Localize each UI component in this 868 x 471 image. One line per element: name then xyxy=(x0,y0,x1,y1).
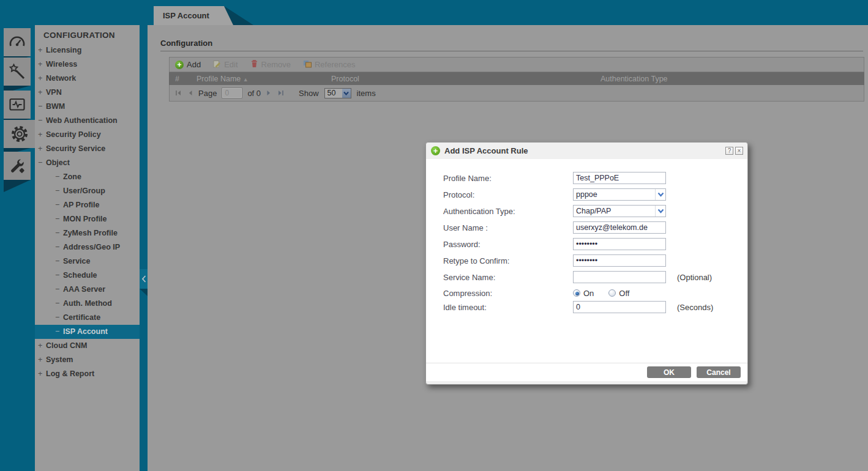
field-idle-timeout: Idle timeout: (Seconds) xyxy=(443,301,747,313)
col-auth-type[interactable]: Authentication Type xyxy=(600,75,864,83)
item-label: AP Profile xyxy=(63,198,100,212)
sidebar-item-certificate[interactable]: −Certificate xyxy=(35,311,140,325)
edit-icon xyxy=(213,60,221,70)
item-label: Address/Geo IP xyxy=(63,240,120,254)
sidebar-item-service[interactable]: −Service xyxy=(35,254,140,269)
nav-configuration-button[interactable] xyxy=(4,120,35,148)
optional-note: (Optional) xyxy=(677,273,712,282)
compression-off-radio[interactable]: Off xyxy=(608,289,629,298)
protocol-label: Protocol: xyxy=(443,190,573,199)
sidebar-item-log-report[interactable]: +Log & Report xyxy=(35,367,140,381)
col-protocol[interactable]: Protocol xyxy=(331,75,600,83)
close-button[interactable]: × xyxy=(735,147,743,155)
compression-on-radio[interactable]: On xyxy=(573,289,594,298)
remove-label: Remove xyxy=(261,60,291,69)
edit-button[interactable]: Edit xyxy=(213,60,238,70)
protocol-value: pppoe xyxy=(574,190,655,199)
nav-dashboard-button[interactable] xyxy=(4,28,31,56)
sidebar-item-system[interactable]: +System xyxy=(35,353,140,367)
sidebar-item-web-authentication[interactable]: −Web Authentication xyxy=(35,114,140,128)
sidebar-item-aaa-server[interactable]: −AAA Server xyxy=(35,283,140,297)
first-page-icon[interactable] xyxy=(175,90,182,96)
help-button[interactable]: ? xyxy=(725,147,733,155)
collapse-icon: − xyxy=(38,114,46,128)
item-label: AAA Server xyxy=(63,283,105,297)
field-service-name: Service Name: (Optional) xyxy=(443,271,747,283)
item-label: Cloud CNM xyxy=(46,339,87,353)
sidebar-item-cloud-cnm[interactable]: +Cloud CNM xyxy=(35,339,140,353)
cancel-button[interactable]: Cancel xyxy=(697,366,741,378)
sidebar-item-auth-method[interactable]: −Auth. Method xyxy=(35,297,140,311)
chevron-down-icon xyxy=(655,206,665,217)
sidebar-item-licensing[interactable]: +Licensing xyxy=(35,43,140,57)
radio-selected-icon xyxy=(573,289,580,297)
col-profile-name-label: Profile Name xyxy=(196,75,241,83)
nav-monitor-button[interactable] xyxy=(4,91,31,119)
prev-page-icon[interactable] xyxy=(187,90,193,96)
item-label: Security Service xyxy=(46,142,105,156)
idle-timeout-input[interactable] xyxy=(573,301,666,313)
next-page-icon[interactable] xyxy=(266,90,272,96)
page-size-select[interactable]: 50 xyxy=(324,88,351,98)
profile-name-input[interactable] xyxy=(573,172,666,184)
configuration-gear-icon xyxy=(10,125,29,143)
expand-icon: + xyxy=(38,128,46,142)
expand-icon: + xyxy=(38,72,46,86)
sidebar-item-security-policy[interactable]: +Security Policy xyxy=(35,128,140,142)
sidebar-item-security-service[interactable]: +Security Service xyxy=(35,142,140,156)
dialog-title: Add ISP Account Rule xyxy=(444,146,528,155)
sidebar-collapse-handle[interactable] xyxy=(140,269,148,289)
table-header: # Profile Name ▲ Protocol Authentication… xyxy=(169,72,864,85)
sidebar-item-network[interactable]: +Network xyxy=(35,72,140,86)
password-input[interactable] xyxy=(573,238,666,250)
item-label: Licensing xyxy=(46,43,81,57)
sidebar-item-zone[interactable]: −Zone xyxy=(35,170,140,184)
square-shadow xyxy=(4,180,31,192)
tab-isp-account[interactable]: ISP Account xyxy=(154,6,233,25)
sidebar: CONFIGURATION +Licensing +Wireless +Netw… xyxy=(35,25,140,471)
page-input[interactable] xyxy=(222,88,242,98)
sidebar-item-zymesh-profile[interactable]: −ZyMesh Profile xyxy=(35,226,140,240)
last-page-icon[interactable] xyxy=(277,90,284,96)
sidebar-item-mon-profile[interactable]: −MON Profile xyxy=(35,212,140,226)
sidebar-item-vpn[interactable]: +VPN xyxy=(35,86,140,100)
collapse-icon: − xyxy=(55,212,63,226)
retype-confirm-input[interactable] xyxy=(573,254,666,267)
ok-button[interactable]: OK xyxy=(647,366,691,378)
add-isp-account-dialog: + Add ISP Account Rule ? × Profile Name:… xyxy=(425,142,748,385)
dialog-frame-bottom xyxy=(426,381,747,384)
references-button[interactable]: References xyxy=(303,60,355,70)
sidebar-item-isp-account[interactable]: −ISP Account xyxy=(35,325,140,339)
dialog-header: + Add ISP Account Rule ? × xyxy=(426,143,747,159)
nav-wizard-button[interactable] xyxy=(4,57,31,86)
profile-name-label: Profile Name: xyxy=(443,174,573,183)
nav-maintenance-button[interactable] xyxy=(4,152,31,180)
protocol-select[interactable]: pppoe xyxy=(573,188,666,201)
authentication-type-select[interactable]: Chap/PAP xyxy=(573,205,666,217)
sidebar-item-wireless[interactable]: +Wireless xyxy=(35,57,140,72)
col-profile-name[interactable]: Profile Name ▲ xyxy=(196,75,331,83)
chevron-down-icon xyxy=(342,89,351,98)
item-label: Zone xyxy=(63,170,81,184)
seconds-note: (Seconds) xyxy=(677,303,713,312)
sidebar-item-address-geo-ip[interactable]: −Address/Geo IP xyxy=(35,240,140,254)
col-index[interactable]: # xyxy=(175,75,196,83)
page-label: Page xyxy=(198,89,217,98)
add-icon: + xyxy=(431,146,440,155)
sidebar-item-user-group[interactable]: −User/Group xyxy=(35,184,140,198)
field-password: Password: xyxy=(443,238,747,250)
authentication-type-value: Chap/PAP xyxy=(574,207,655,215)
item-label: User/Group xyxy=(63,184,105,198)
sidebar-item-object[interactable]: −Object xyxy=(35,156,140,170)
sidebar-item-ap-profile[interactable]: −AP Profile xyxy=(35,198,140,212)
chevron-down-icon xyxy=(655,189,665,200)
references-icon xyxy=(303,60,312,70)
remove-button[interactable]: Remove xyxy=(250,59,291,70)
item-label: BWM xyxy=(46,100,65,114)
add-button[interactable]: + Add xyxy=(175,60,201,69)
sidebar-item-schedule[interactable]: −Schedule xyxy=(35,269,140,283)
service-name-input[interactable] xyxy=(573,271,666,283)
sidebar-item-bwm[interactable]: −BWM xyxy=(35,100,140,114)
user-name-input[interactable] xyxy=(573,221,666,234)
sort-asc-icon: ▲ xyxy=(243,76,249,83)
